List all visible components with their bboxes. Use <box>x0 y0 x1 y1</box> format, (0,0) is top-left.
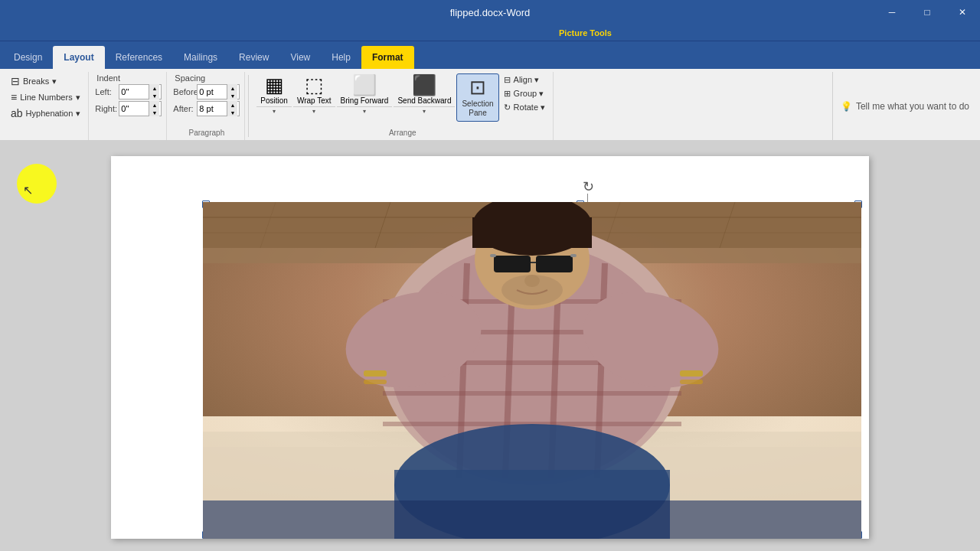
hyphenation-arrow: ▾ <box>76 109 80 119</box>
wrap-text-button-group: ⬚ Wrap Text ▾ <box>293 73 335 116</box>
wrap-text-dropdown[interactable]: ▾ <box>293 106 335 116</box>
minimize-button[interactable]: ─ <box>874 0 910 24</box>
svg-rect-38 <box>364 380 387 384</box>
send-backward-dropdown[interactable]: ▾ <box>394 106 455 116</box>
document-image[interactable] <box>203 202 861 539</box>
spacing-after-up[interactable]: ▲ <box>227 101 237 109</box>
title-appname: Word <box>506 7 530 18</box>
svg-rect-34 <box>570 254 577 257</box>
position-icon: ▦ <box>265 75 284 95</box>
tab-mailings-label: Mailings <box>184 52 217 63</box>
tab-layout[interactable]: Layout <box>53 46 104 69</box>
spacing-before-field[interactable] <box>199 87 227 96</box>
indent-left-up[interactable]: ▲ <box>149 84 159 92</box>
spacing-before-row: Before: ▲ ▼ <box>173 84 240 99</box>
picture-tools-bar: Picture Tools <box>0 24 980 41</box>
tab-design[interactable]: Design <box>3 46 53 69</box>
send-backward-button[interactable]: ⬛ Send Backward <box>394 73 455 106</box>
title-bar: flipped.docx - Word ─ □ ✕ <box>0 0 980 24</box>
indent-right-label: Right: <box>95 104 116 113</box>
svg-rect-29 <box>472 217 592 248</box>
breaks-arrow: ▾ <box>52 77 57 86</box>
selection-pane-label: SelectionPane <box>462 99 493 118</box>
rotation-handle[interactable]: ↻ <box>580 179 596 194</box>
tab-layout-label: Layout <box>64 52 93 63</box>
position-button[interactable]: ▦ Position <box>256 73 292 106</box>
position-dropdown[interactable]: ▾ <box>256 106 292 116</box>
tell-me-text: Tell me what you want to do <box>856 101 969 112</box>
restore-button[interactable]: □ <box>910 0 945 24</box>
tab-format[interactable]: Format <box>361 46 414 69</box>
send-backward-button-group: ⬛ Send Backward ▾ <box>394 73 455 116</box>
selection-pane-button[interactable]: ⊡ SelectionPane <box>456 73 498 122</box>
line-numbers-icon: ≡ <box>11 91 17 103</box>
ribbon: ⊟ Breaks ▾ ≡ Line Numbers ▾ ab Hyphenati… <box>0 69 980 141</box>
svg-rect-30 <box>494 256 531 272</box>
spacing-after-input[interactable]: ▲ ▼ <box>197 101 240 116</box>
indent-left-input[interactable]: ▲ ▼ <box>119 84 162 99</box>
bring-forward-dropdown[interactable]: ▾ <box>337 106 393 116</box>
separator-1 <box>248 75 249 137</box>
tab-bar: Design Layout References Mailings Review… <box>0 41 980 69</box>
tab-review[interactable]: Review <box>228 46 279 69</box>
close-button[interactable]: ✕ <box>945 0 980 24</box>
spacing-after-field[interactable] <box>199 104 227 113</box>
indent-left-label: Left: <box>95 87 116 96</box>
rotate-button[interactable]: ↻ Rotate ▾ <box>501 101 548 114</box>
page-setup-label <box>8 135 83 139</box>
indent-right-row: Right: ▲ ▼ <box>95 101 162 116</box>
breaks-button[interactable]: ⊟ Breaks ▾ <box>8 73 83 89</box>
wrap-text-button[interactable]: ⬚ Wrap Text <box>293 73 335 106</box>
indent-right-up[interactable]: ▲ <box>149 101 159 109</box>
svg-rect-39 <box>680 370 703 377</box>
svg-rect-37 <box>364 370 387 377</box>
indent-right-input[interactable]: ▲ ▼ <box>119 101 162 116</box>
svg-rect-43 <box>203 500 861 539</box>
arrange-group-label: Arrange <box>256 127 548 139</box>
wrap-text-icon: ⬚ <box>305 75 324 95</box>
indent-left-spinners: ▲ ▼ <box>149 84 159 99</box>
indent-left-field[interactable] <box>121 87 149 96</box>
indent-right-down[interactable]: ▼ <box>149 109 159 116</box>
selection-pane-icon: ⊡ <box>469 77 486 97</box>
bring-forward-button-group: ⬜ Bring Forward ▾ <box>337 73 393 116</box>
rotate-label: Rotate ▾ <box>514 103 545 112</box>
indent-col: Indent Left: ▲ ▼ Right: <box>95 73 162 116</box>
ribbon-group-page-setup: ⊟ Breaks ▾ ≡ Line Numbers ▾ ab Hyphenati… <box>3 72 89 140</box>
right-col-buttons: ⊟ Align ▾ ⊞ Group ▾ ↻ Rotate ▾ <box>501 73 548 114</box>
tell-me-bar[interactable]: 💡 Tell me what you want to do <box>832 72 977 140</box>
spacing-before-down[interactable]: ▼ <box>227 92 237 99</box>
bring-forward-button[interactable]: ⬜ Bring Forward <box>337 73 393 106</box>
tab-view[interactable]: View <box>279 46 321 69</box>
line-numbers-arrow: ▾ <box>76 93 80 103</box>
spacing-before-up[interactable]: ▲ <box>227 84 237 92</box>
page-setup-buttons: ⊟ Breaks ▾ ≡ Line Numbers ▾ ab Hyphenati… <box>8 73 83 135</box>
align-icon: ⊟ <box>504 75 511 85</box>
spacing-after-down[interactable]: ▼ <box>227 109 237 116</box>
breaks-label: Breaks <box>23 77 49 86</box>
indent-label: Indent <box>95 73 162 83</box>
spacing-content: Spacing Before: ▲ ▼ After: <box>173 73 240 127</box>
group-label: Group ▾ <box>514 89 544 99</box>
spacing-col: Spacing Before: ▲ ▼ After: <box>173 73 240 116</box>
line-numbers-button[interactable]: ≡ Line Numbers ▾ <box>8 90 83 105</box>
spacing-before-label: Before: <box>173 87 194 96</box>
rotate-icon: ↻ <box>504 103 511 112</box>
indent-left-down[interactable]: ▼ <box>149 92 159 99</box>
tab-mailings[interactable]: Mailings <box>173 46 228 69</box>
align-button[interactable]: ⊟ Align ▾ <box>501 73 548 86</box>
tab-review-label: Review <box>239 52 269 63</box>
indent-right-field[interactable] <box>121 104 149 113</box>
hyphenation-button[interactable]: ab Hyphenation ▾ <box>8 106 83 121</box>
spacing-group-label: Paragraph <box>173 127 240 139</box>
window-controls: ─ □ ✕ <box>874 0 980 24</box>
tab-help[interactable]: Help <box>321 46 361 69</box>
align-label: Align ▾ <box>514 75 540 85</box>
picture-tools-label: Picture Tools <box>559 28 612 37</box>
tab-references[interactable]: References <box>105 46 173 69</box>
spacing-before-input[interactable]: ▲ ▼ <box>197 84 240 99</box>
send-backward-label: Send Backward <box>397 96 451 105</box>
group-button[interactable]: ⊞ Group ▾ <box>501 87 548 100</box>
page-setup-col: ⊟ Breaks ▾ ≡ Line Numbers ▾ ab Hyphenati… <box>8 73 83 121</box>
svg-rect-31 <box>536 256 573 272</box>
